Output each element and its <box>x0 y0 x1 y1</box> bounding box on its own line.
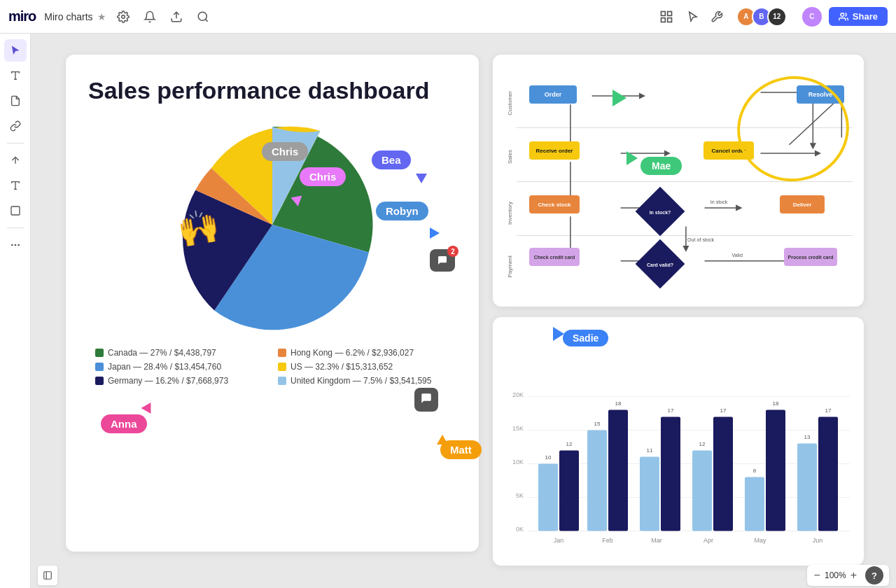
current-user-avatar: C <box>802 7 822 27</box>
star-icon[interactable]: ★ <box>97 11 106 22</box>
cursor-icon[interactable] <box>685 8 701 25</box>
chat-icon-2[interactable] <box>414 388 438 412</box>
bea-arrow <box>416 174 427 183</box>
tool-separator-2 <box>7 227 24 228</box>
legend-label-uk: United Kingdom — 7.5% / $3,541,595 <box>290 376 431 386</box>
svg-point-8 <box>841 13 844 16</box>
legend-item-uk: United Kingdom — 7.5% / $3,541,595 <box>278 376 449 386</box>
svg-text:Jun: Jun <box>813 537 823 544</box>
svg-text:20K: 20K <box>512 391 524 398</box>
tool-separator-1 <box>7 143 24 144</box>
svg-text:12: 12 <box>566 441 573 447</box>
layout-icon[interactable] <box>658 8 675 25</box>
export-icon[interactable] <box>168 8 185 25</box>
svg-text:13: 13 <box>804 434 811 440</box>
flow-process-cc: Process credit card <box>784 248 837 266</box>
svg-text:17: 17 <box>720 407 727 414</box>
tools-icon[interactable] <box>708 8 725 25</box>
link-tool[interactable] <box>4 115 27 137</box>
frame-tool[interactable] <box>4 200 27 222</box>
bottom-left-tools <box>38 566 57 585</box>
svg-text:Jan: Jan <box>554 537 564 544</box>
mae-cursor <box>626 151 638 165</box>
flow-check-stock: Check stock <box>529 195 580 214</box>
zoom-in-button[interactable]: + <box>849 569 858 582</box>
flow-receive-order: Receive order <box>529 141 580 160</box>
flow-check-cc-label: Check credit card <box>534 255 575 260</box>
flow-deliver: Deliver <box>780 195 825 214</box>
search-icon[interactable] <box>195 8 211 25</box>
bar-chart-panel: Sadie 0K 5K 10K 15K 20K 10 12 <box>493 317 864 566</box>
flow-cancel-order-label: Cancel order <box>712 148 746 154</box>
sticky-tool[interactable] <box>4 90 27 112</box>
notifications-icon[interactable] <box>141 8 158 25</box>
canvas[interactable]: Sales performance dashboard <box>31 34 896 588</box>
svg-rect-49 <box>587 430 607 531</box>
svg-text:10: 10 <box>545 454 552 461</box>
svg-text:18: 18 <box>773 400 779 407</box>
zoom-out-button[interactable]: − <box>813 569 822 582</box>
flow-resolve-label: Resolve <box>808 91 833 98</box>
legend-label-japan: Japan — 28.4% / $13,454,760 <box>108 362 221 372</box>
svg-text:Feb: Feb <box>602 537 613 544</box>
mae-label: Mae <box>640 157 682 175</box>
flow-resolve: Resolve <box>797 85 844 104</box>
topbar-left: miro Miro charts ★ <box>8 8 211 25</box>
legend-item-canada: Canada — 27% / $4,438,797 <box>95 348 267 358</box>
svg-rect-5 <box>668 11 672 15</box>
svg-rect-60 <box>713 417 733 531</box>
svg-text:10K: 10K <box>512 458 524 465</box>
robyn-arrow <box>430 227 440 239</box>
flow-row-inventory: Inventory <box>507 202 513 225</box>
help-button[interactable]: ? <box>865 566 883 584</box>
svg-text:Apr: Apr <box>704 537 713 544</box>
svg-text:Mar: Mar <box>651 537 662 544</box>
text-style-tool[interactable] <box>4 174 27 197</box>
chris2-arrow <box>293 193 303 204</box>
svg-point-0 <box>121 15 125 18</box>
svg-text:11: 11 <box>647 447 653 454</box>
svg-rect-59 <box>692 451 712 531</box>
miro-logo: miro <box>8 8 36 24</box>
flow-cancel-order: Cancel order <box>704 141 754 160</box>
select-tool[interactable] <box>4 39 27 62</box>
svg-point-15 <box>11 244 12 245</box>
settings-icon[interactable] <box>115 8 132 25</box>
main: Sales performance dashboard <box>0 34 896 588</box>
dashboard-title: Sales performance dashboard <box>88 77 456 104</box>
svg-text:18: 18 <box>615 400 622 407</box>
panel-toggle[interactable] <box>38 566 57 585</box>
pen-tool[interactable] <box>4 149 27 172</box>
chat-bubble-1[interactable]: 2 <box>430 249 455 272</box>
flow-instock-text: In stock? <box>641 203 679 221</box>
legend-item-germany: Germany — 16.2% / $7,668,973 <box>95 376 267 386</box>
flow-row-customer: Customer <box>507 91 513 115</box>
svg-rect-45 <box>559 451 579 531</box>
svg-point-14 <box>18 244 19 245</box>
svg-text:May: May <box>754 537 766 544</box>
svg-rect-6 <box>661 18 665 22</box>
topbar: miro Miro charts ★ <box>0 0 896 34</box>
flow-check-stock-label: Check stock <box>538 202 570 208</box>
svg-rect-44 <box>538 464 558 531</box>
svg-point-13 <box>15 244 15 245</box>
more-tools[interactable] <box>4 234 27 256</box>
legend-item-hongkong: Hong Kong — 6.2% / $2,936,027 <box>278 348 449 358</box>
text-tool[interactable] <box>4 64 27 87</box>
board-title-text: Miro charts <box>44 11 92 22</box>
board-title-container: Miro charts ★ <box>44 11 106 22</box>
legend-dot-canada <box>95 349 104 357</box>
share-label: Share <box>853 11 878 22</box>
share-button[interactable]: Share <box>829 7 888 26</box>
bar-chart-svg: 0K 5K 10K 15K 20K 10 12 Jan <box>507 338 850 559</box>
legend-label-us: US — 32.3% / $15,313,652 <box>290 362 393 372</box>
svg-line-3 <box>205 19 207 21</box>
legend-dot-uk <box>278 377 286 385</box>
legend-dot-us <box>278 363 286 371</box>
svg-rect-54 <box>640 457 659 531</box>
legend-item-japan: Japan — 28.4% / $13,454,760 <box>95 362 267 372</box>
svg-rect-69 <box>797 444 817 531</box>
svg-text:17: 17 <box>825 407 832 414</box>
anna-arrow <box>143 405 154 414</box>
flow-receive-order-label: Receive order <box>536 148 573 154</box>
